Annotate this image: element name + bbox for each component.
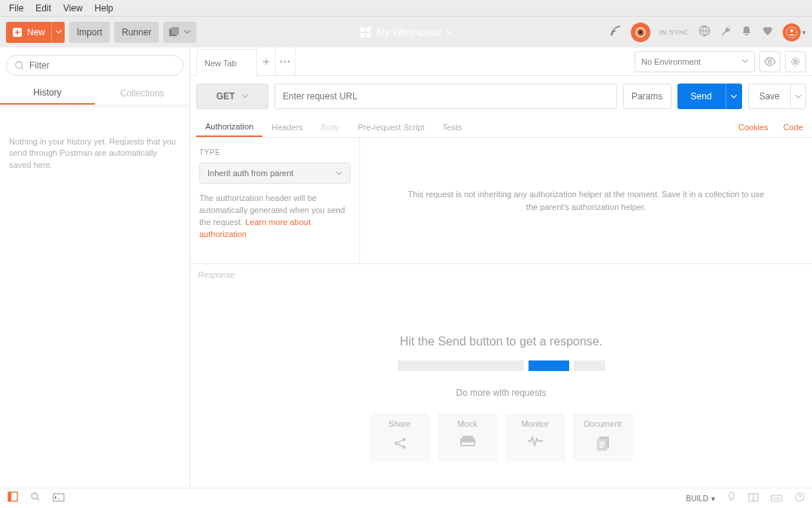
workspace-icon bbox=[360, 27, 371, 38]
document-card[interactable]: Document bbox=[573, 413, 633, 461]
auth-help-text: The authorization header will be automat… bbox=[199, 193, 350, 241]
params-button[interactable]: Params bbox=[623, 84, 671, 109]
monitor-card-label: Monitor bbox=[521, 419, 549, 428]
method-label: GET bbox=[217, 91, 235, 102]
reqtab-body[interactable]: Body bbox=[312, 117, 349, 137]
mock-card-label: Mock bbox=[457, 419, 477, 428]
share-card[interactable]: Share bbox=[370, 413, 430, 461]
document-icon bbox=[596, 436, 610, 451]
tab-more-button[interactable] bbox=[276, 47, 295, 75]
auth-message: This request is not inheriting any autho… bbox=[360, 138, 812, 263]
svg-point-15 bbox=[288, 60, 290, 62]
save-button-label: Save bbox=[749, 84, 790, 108]
reqtab-prerequest[interactable]: Pre-request Script bbox=[349, 117, 434, 137]
account-menu[interactable]: ▾ bbox=[783, 23, 806, 41]
code-link[interactable]: Code bbox=[780, 123, 806, 132]
sidebar-toggle-icon[interactable] bbox=[8, 491, 18, 505]
svg-rect-31 bbox=[771, 495, 782, 501]
cookies-link[interactable]: Cookies bbox=[735, 123, 771, 132]
request-subtabs: Authorization Headers Body Pre-request S… bbox=[190, 117, 812, 138]
workspace-label: My Workspace bbox=[377, 26, 441, 38]
import-button[interactable]: Import bbox=[69, 22, 110, 43]
menu-file[interactable]: File bbox=[3, 3, 29, 14]
sidebar-tab-collections[interactable]: Collections bbox=[95, 82, 189, 105]
find-icon[interactable] bbox=[30, 491, 41, 505]
runner-button[interactable]: Runner bbox=[114, 22, 159, 43]
new-window-button[interactable] bbox=[163, 22, 196, 43]
chevron-down-icon bbox=[742, 59, 748, 63]
send-dropdown[interactable] bbox=[726, 84, 742, 109]
save-button[interactable]: Save bbox=[748, 84, 806, 109]
send-button[interactable]: Send bbox=[677, 84, 742, 109]
svg-rect-27 bbox=[8, 492, 11, 501]
console-icon[interactable] bbox=[53, 491, 65, 505]
satellite-icon[interactable] bbox=[610, 25, 622, 40]
response-illustration bbox=[398, 360, 605, 371]
save-dropdown[interactable] bbox=[790, 84, 805, 108]
keyboard-icon[interactable] bbox=[771, 491, 783, 505]
mock-card[interactable]: Mock bbox=[438, 413, 498, 461]
environment-settings-button[interactable] bbox=[785, 51, 806, 72]
svg-rect-6 bbox=[366, 33, 371, 38]
svg-rect-4 bbox=[366, 27, 371, 32]
sync-status-label: IN SYNC bbox=[659, 29, 689, 36]
svg-point-8 bbox=[638, 30, 642, 34]
share-card-label: Share bbox=[389, 419, 411, 428]
svg-rect-3 bbox=[360, 27, 365, 32]
avatar-icon bbox=[783, 23, 801, 41]
do-more-label: Do more with requests bbox=[456, 388, 546, 398]
response-hint: Hit the Send button to get a response. bbox=[400, 335, 603, 348]
server-icon bbox=[459, 436, 476, 448]
activity-icon bbox=[527, 436, 544, 446]
new-button[interactable]: New bbox=[6, 22, 65, 43]
two-pane-icon[interactable] bbox=[748, 491, 759, 505]
svg-rect-21 bbox=[460, 438, 475, 446]
menu-edit[interactable]: Edit bbox=[29, 3, 57, 14]
reqtab-authorization[interactable]: Authorization bbox=[196, 117, 262, 137]
menu-help[interactable]: Help bbox=[89, 3, 120, 14]
url-input[interactable] bbox=[274, 84, 617, 109]
bell-icon[interactable] bbox=[741, 25, 753, 40]
new-dropdown[interactable] bbox=[51, 22, 65, 43]
wrench-icon[interactable] bbox=[720, 25, 732, 40]
sidebar-empty-message: Nothing in your history yet. Requests th… bbox=[0, 109, 189, 198]
request-builder: GET Params Send Save bbox=[190, 76, 812, 117]
environment-preview-button[interactable] bbox=[759, 51, 780, 72]
sidebar: History Collections Nothing in your hist… bbox=[0, 47, 190, 488]
svg-point-18 bbox=[394, 441, 397, 444]
monitor-card[interactable]: Monitor bbox=[505, 413, 565, 461]
sidebar-tab-history[interactable]: History bbox=[0, 82, 95, 105]
svg-point-16 bbox=[768, 60, 771, 63]
heart-icon[interactable] bbox=[762, 25, 774, 40]
reqtab-tests[interactable]: Tests bbox=[434, 117, 471, 137]
globe-icon[interactable] bbox=[698, 25, 710, 40]
main-area: New Tab No Environment bbox=[190, 47, 812, 488]
svg-point-12 bbox=[16, 62, 23, 68]
svg-rect-23 bbox=[462, 443, 474, 445]
environment-select[interactable]: No Environment bbox=[635, 51, 755, 72]
menu-view[interactable]: View bbox=[57, 3, 89, 14]
plus-icon bbox=[11, 26, 24, 39]
request-tab[interactable]: New Tab bbox=[196, 49, 257, 77]
svg-point-20 bbox=[401, 445, 404, 448]
method-select[interactable]: GET bbox=[196, 84, 268, 109]
reqtab-headers[interactable]: Headers bbox=[262, 117, 312, 137]
bulb-icon[interactable] bbox=[727, 491, 736, 505]
svg-point-19 bbox=[401, 437, 404, 440]
chevron-down-icon: ▾ bbox=[711, 494, 715, 503]
svg-point-14 bbox=[284, 60, 286, 62]
filter-input[interactable] bbox=[29, 60, 175, 71]
build-mode-switch[interactable]: BUILD ▾ bbox=[686, 494, 715, 503]
filter-input-wrap[interactable] bbox=[6, 55, 183, 76]
sync-icon[interactable] bbox=[631, 23, 650, 42]
new-tab-button[interactable] bbox=[256, 47, 276, 75]
response-header: Response bbox=[190, 264, 812, 285]
auth-type-select[interactable]: Inherit auth from parent bbox=[199, 163, 350, 184]
response-empty: Hit the Send button to get a response. D… bbox=[190, 285, 812, 488]
help-icon[interactable] bbox=[795, 491, 804, 505]
workspace-switcher[interactable]: My Workspace bbox=[360, 26, 452, 38]
menu-bar: File Edit View Help bbox=[0, 0, 812, 16]
search-icon bbox=[14, 60, 25, 71]
authorization-panel: TYPE Inherit auth from parent The author… bbox=[190, 138, 812, 264]
send-button-label: Send bbox=[677, 84, 726, 109]
